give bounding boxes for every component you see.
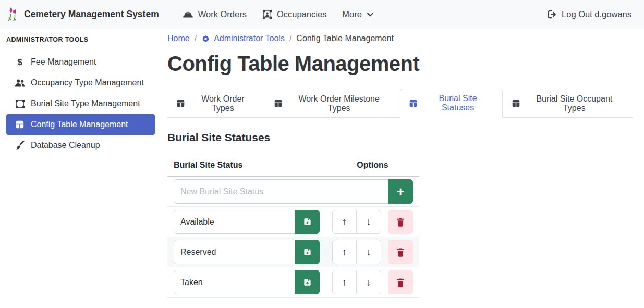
- tab-label: Burial Site Occupant Types: [525, 94, 624, 113]
- table-icon: [176, 99, 185, 108]
- move-up-button[interactable]: ↑: [333, 240, 357, 264]
- move-up-button[interactable]: ↑: [333, 210, 357, 233]
- new-status-input[interactable]: [174, 179, 388, 204]
- sidebar-item-label: Fee Management: [31, 57, 96, 67]
- sidebar-item-fee-management[interactable]: $ Fee Management: [6, 52, 155, 72]
- breadcrumb-admin-tools-link[interactable]: Administrator Tools: [201, 34, 285, 43]
- breadcrumb-separator: /: [289, 34, 291, 43]
- breadcrumb-admin-tools-label: Administrator Tools: [214, 34, 285, 43]
- arrow-down-icon: ↓: [366, 277, 371, 288]
- nav-more[interactable]: More: [334, 9, 382, 19]
- occupancy-viewfinder-icon: [262, 9, 272, 19]
- sidebar-item-label: Burial Site Type Management: [31, 99, 140, 108]
- nav-occupancies-label: Occupancies: [277, 9, 326, 19]
- tab-work-order-types[interactable]: Work Order Types: [167, 89, 265, 118]
- arrow-down-icon: ↓: [366, 247, 371, 258]
- app-brand[interactable]: Cemetery Management System: [7, 7, 159, 22]
- arrow-up-icon: ↑: [342, 216, 347, 228]
- add-status-button[interactable]: +: [388, 179, 413, 204]
- arrow-up-icon: ↑: [342, 277, 347, 288]
- delete-status-button[interactable]: [388, 210, 413, 234]
- trash-icon: [396, 248, 405, 257]
- status-input[interactable]: [174, 210, 295, 234]
- nav-work-orders-label: Work Orders: [198, 9, 247, 19]
- save-icon: [303, 217, 312, 226]
- page-title: Config Table Management: [167, 51, 633, 77]
- move-down-button[interactable]: ↓: [357, 210, 381, 233]
- reorder-button-group: ↑ ↓: [332, 240, 381, 264]
- vector-square-icon: [15, 99, 25, 109]
- section-heading: Burial Site Statuses: [167, 131, 633, 144]
- sidebar-item-database-cleanup[interactable]: Database Cleanup: [6, 135, 155, 156]
- sidebar-heading: ADMINISTRATOR TOOLS: [6, 36, 162, 43]
- sidebar-item-label: Occupancy Type Management: [31, 78, 144, 88]
- nav-occupancies[interactable]: Occupancies: [254, 9, 334, 19]
- new-status-row: +: [167, 177, 419, 207]
- gear-icon: [201, 34, 210, 43]
- app-title: Cemetery Management System: [24, 9, 159, 20]
- tab-burial-site-occupant-types[interactable]: Burial Site Occupant Types: [503, 89, 633, 118]
- save-icon: [303, 278, 312, 287]
- breadcrumb-home-label: Home: [167, 34, 190, 43]
- hard-hat-icon: [183, 10, 193, 19]
- status-row: ↑ ↓: [167, 237, 419, 267]
- tab-work-order-milestone-types[interactable]: Work Order Milestone Types: [265, 89, 400, 118]
- move-down-button[interactable]: ↓: [357, 270, 381, 294]
- move-down-button[interactable]: ↓: [357, 240, 381, 264]
- sidebar-item-label: Database Cleanup: [31, 141, 100, 150]
- trash-icon: [396, 217, 405, 227]
- broom-icon: [15, 141, 25, 151]
- save-status-button[interactable]: [295, 270, 320, 294]
- table-icon: [409, 99, 418, 108]
- save-status-button[interactable]: [295, 210, 320, 234]
- save-icon: [303, 248, 312, 256]
- status-row: ↑ ↓: [167, 267, 419, 298]
- table-icon: [15, 120, 25, 129]
- sidebar-item-label: Config Table Management: [31, 120, 128, 129]
- tab-label: Work Order Types: [190, 94, 256, 113]
- main-content: Home / Administrator Tools / Config Tabl…: [162, 29, 644, 298]
- tulip-logo-icon: [7, 7, 19, 22]
- breadcrumb: Home / Administrator Tools / Config Tabl…: [167, 34, 633, 43]
- burial-site-status-table: Burial Site Status Options +: [167, 157, 419, 298]
- users-icon: [14, 78, 26, 88]
- breadcrumb-current: Config Table Management: [296, 34, 394, 43]
- nav-more-label: More: [342, 9, 362, 19]
- chevron-down-icon: [367, 11, 374, 18]
- delete-status-button[interactable]: [388, 240, 413, 264]
- dollar-icon: $: [17, 58, 22, 67]
- breadcrumb-separator: /: [195, 34, 197, 43]
- logout-label: Log Out d.gowans: [562, 9, 631, 19]
- main-nav: Work Orders Occupancies More: [175, 9, 382, 19]
- breadcrumb-home-link[interactable]: Home: [167, 34, 190, 43]
- trash-icon: [396, 278, 405, 287]
- admin-sidebar: ADMINISTRATOR TOOLS $ Fee Management Occ…: [0, 29, 162, 156]
- reorder-button-group: ↑ ↓: [332, 210, 381, 234]
- status-input[interactable]: [174, 240, 295, 264]
- logout-button[interactable]: Log Out d.gowans: [544, 9, 635, 20]
- status-input[interactable]: [174, 270, 295, 294]
- nav-work-orders[interactable]: Work Orders: [175, 9, 254, 19]
- tab-burial-site-statuses[interactable]: Burial Site Statuses: [400, 89, 503, 118]
- column-header-status: Burial Site Status: [167, 157, 326, 177]
- top-navbar: Cemetery Management System Work Orders O…: [0, 0, 644, 29]
- move-up-button[interactable]: ↑: [333, 270, 357, 294]
- sidebar-item-occupancy-type-management[interactable]: Occupancy Type Management: [6, 72, 155, 93]
- plus-icon: +: [397, 186, 404, 198]
- delete-status-button[interactable]: [388, 270, 413, 294]
- arrow-down-icon: ↓: [366, 216, 371, 228]
- config-tabs: Work Order Types Work Order Milestone Ty…: [167, 89, 633, 118]
- tab-label: Work Order Milestone Types: [287, 94, 391, 113]
- logout-icon: [547, 9, 557, 19]
- status-row: ↑ ↓: [167, 207, 419, 237]
- tab-label: Burial Site Statuses: [422, 94, 494, 113]
- table-icon: [274, 99, 283, 108]
- save-status-button[interactable]: [295, 240, 320, 264]
- sidebar-item-config-table-management[interactable]: Config Table Management: [6, 114, 155, 135]
- arrow-up-icon: ↑: [342, 247, 347, 258]
- table-icon: [512, 99, 520, 108]
- column-header-options: Options: [326, 157, 419, 177]
- sidebar-item-burial-site-type-management[interactable]: Burial Site Type Management: [6, 93, 155, 114]
- reorder-button-group: ↑ ↓: [332, 270, 381, 294]
